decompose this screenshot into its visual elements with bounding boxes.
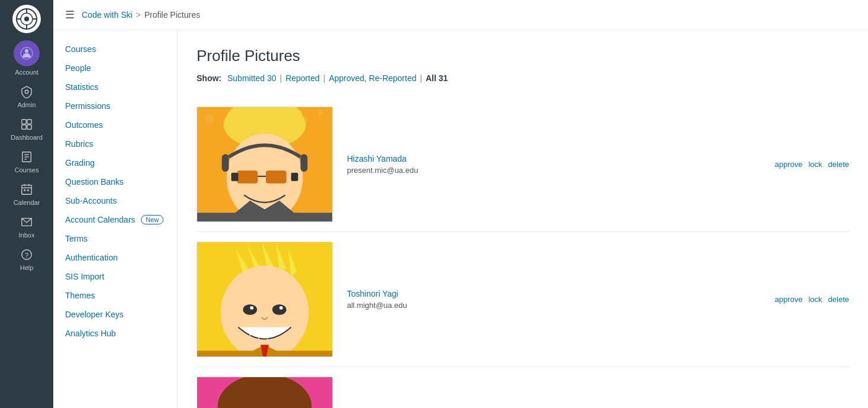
sidebar-rubrics-label: Rubrics bbox=[65, 139, 93, 149]
sidebar-item-developer-keys[interactable]: Developer Keys bbox=[53, 305, 177, 324]
profile-name-toshinori: Toshinori Yagi bbox=[347, 289, 760, 298]
nav-item-dashboard[interactable]: Dashboard bbox=[0, 113, 53, 146]
sidebar-item-authentication[interactable]: Authentication bbox=[53, 248, 177, 267]
profile-email-toshinori: all.might@ua.edu bbox=[347, 301, 760, 310]
sidebar-sub-accounts-label: Sub-Accounts bbox=[65, 196, 117, 205]
svg-rect-44 bbox=[231, 173, 238, 181]
svg-rect-13 bbox=[22, 125, 26, 129]
courses-icon bbox=[20, 150, 33, 165]
sidebar-item-grading[interactable]: Grading bbox=[53, 153, 177, 172]
svg-rect-39 bbox=[222, 154, 229, 172]
filter-all[interactable]: All 31 bbox=[426, 73, 448, 83]
svg-rect-14 bbox=[27, 125, 31, 129]
dashboard-icon bbox=[20, 118, 33, 133]
delete-hizashi-button[interactable]: delete bbox=[828, 160, 849, 169]
lock-hizashi-button[interactable]: lock bbox=[808, 160, 822, 169]
svg-rect-42 bbox=[266, 171, 287, 184]
profile-name-hizashi: Hizashi Yamada bbox=[347, 154, 760, 163]
help-icon: ? bbox=[20, 248, 33, 263]
filter-sep-3: | bbox=[420, 73, 422, 83]
svg-point-59 bbox=[243, 304, 257, 315]
admin-icon bbox=[20, 85, 33, 100]
profile-info-toshinori: Toshinori Yagi all.might@ua.edu bbox=[347, 289, 760, 310]
sidebar-item-courses[interactable]: Courses bbox=[53, 40, 177, 59]
sidebar-item-rubrics[interactable]: Rubrics bbox=[53, 134, 177, 153]
svg-rect-41 bbox=[237, 171, 258, 184]
filter-reported[interactable]: Reported bbox=[285, 73, 320, 83]
sidebar-outcomes-label: Outcomes bbox=[65, 120, 103, 130]
page-title: Profile Pictures bbox=[197, 47, 849, 65]
nav-courses-label: Courses bbox=[15, 166, 39, 174]
nav-rail: Account Admin Dashboard bbox=[0, 0, 53, 408]
nav-item-calendar[interactable]: Calendar bbox=[0, 178, 53, 211]
sidebar-item-permissions[interactable]: Permissions bbox=[53, 97, 177, 115]
sidebar-item-sub-accounts[interactable]: Sub-Accounts bbox=[53, 191, 177, 210]
app-logo bbox=[12, 5, 41, 33]
account-avatar bbox=[14, 40, 40, 66]
breadcrumb-site-link[interactable]: Code with Ski bbox=[82, 10, 133, 20]
filter-approved-re-reported[interactable]: Approved, Re-Reported bbox=[329, 73, 416, 83]
calendar-icon bbox=[20, 183, 33, 198]
sidebar-courses-label: Courses bbox=[65, 44, 96, 54]
hamburger-menu[interactable]: ☰ bbox=[65, 8, 75, 21]
lock-toshinori-button[interactable]: lock bbox=[808, 295, 822, 304]
delete-toshinori-button[interactable]: delete bbox=[828, 295, 849, 304]
profile-item-hizashi: Hizashi Yamada present.mic@ua.edu approv… bbox=[197, 97, 849, 232]
sidebar-item-question-banks[interactable]: Question Banks bbox=[53, 172, 177, 191]
svg-rect-40 bbox=[300, 154, 307, 172]
sidebar-item-sis-import[interactable]: SIS Import bbox=[53, 267, 177, 286]
inbox-icon bbox=[20, 216, 33, 230]
nav-item-admin[interactable]: Admin bbox=[0, 81, 53, 113]
sidebar-item-people[interactable]: People bbox=[53, 59, 177, 78]
svg-point-10 bbox=[25, 90, 28, 94]
profile-actions-hizashi: approve lock delete bbox=[774, 160, 849, 169]
svg-rect-23 bbox=[24, 189, 25, 191]
svg-point-62 bbox=[279, 306, 283, 310]
nav-item-account[interactable]: Account bbox=[0, 36, 53, 81]
profile-image-unknown bbox=[197, 377, 333, 408]
show-label: Show: bbox=[197, 73, 221, 83]
svg-point-53 bbox=[221, 266, 309, 358]
profile-info-hizashi: Hizashi Yamada present.mic@ua.edu bbox=[347, 154, 760, 175]
sidebar-item-terms[interactable]: Terms bbox=[53, 229, 177, 248]
filter-sep-1: | bbox=[280, 73, 282, 83]
show-filter-bar: Show: Submitted 30 | Reported | Approved… bbox=[197, 73, 849, 83]
profile-item-toshinori: Toshinori Yagi all.might@ua.edu approve … bbox=[197, 232, 849, 367]
nav-item-inbox[interactable]: Inbox bbox=[0, 211, 53, 243]
nav-item-help[interactable]: ? Help bbox=[0, 243, 53, 276]
sidebar-item-themes[interactable]: Themes bbox=[53, 286, 177, 305]
profile-item-unknown bbox=[197, 367, 849, 408]
svg-point-29 bbox=[204, 114, 214, 124]
profile-image-toshinori bbox=[197, 242, 333, 357]
svg-point-34 bbox=[317, 109, 323, 115]
new-badge: New bbox=[141, 215, 163, 224]
sidebar-terms-label: Terms bbox=[65, 234, 88, 243]
sidebar-item-analytics-hub[interactable]: Analytics Hub bbox=[53, 324, 177, 343]
svg-rect-12 bbox=[27, 120, 31, 124]
nav-admin-label: Admin bbox=[17, 101, 36, 108]
svg-rect-45 bbox=[291, 173, 298, 181]
sidebar-statistics-label: Statistics bbox=[65, 82, 98, 92]
breadcrumb: Code with Ski > Profile Pictures bbox=[82, 10, 200, 20]
main-area: ☰ Code with Ski > Profile Pictures Cours… bbox=[53, 0, 868, 408]
nav-item-courses[interactable]: Courses bbox=[0, 146, 53, 178]
approve-hizashi-button[interactable]: approve bbox=[774, 160, 802, 169]
approve-toshinori-button[interactable]: approve bbox=[774, 295, 802, 304]
svg-text:?: ? bbox=[25, 252, 28, 259]
nav-account-label: Account bbox=[15, 69, 38, 76]
svg-point-60 bbox=[272, 304, 287, 315]
svg-point-61 bbox=[250, 306, 253, 310]
nav-inbox-label: Inbox bbox=[19, 232, 35, 239]
sidebar-item-outcomes[interactable]: Outcomes bbox=[53, 115, 177, 134]
svg-rect-24 bbox=[27, 189, 29, 191]
body-area: Courses People Statistics Permissions Ou… bbox=[53, 30, 868, 408]
filter-submitted[interactable]: Submitted 30 bbox=[227, 73, 277, 83]
sidebar-item-statistics[interactable]: Statistics bbox=[53, 78, 177, 97]
sidebar-item-account-calendars[interactable]: Account Calendars New bbox=[53, 210, 177, 229]
sidebar-people-label: People bbox=[65, 63, 91, 73]
nav-calendar-label: Calendar bbox=[14, 199, 40, 206]
filter-sep-2: | bbox=[323, 73, 326, 83]
breadcrumb-current-page: Profile Pictures bbox=[144, 10, 200, 20]
sidebar-question-banks-label: Question Banks bbox=[65, 177, 124, 187]
svg-rect-46 bbox=[197, 213, 332, 221]
